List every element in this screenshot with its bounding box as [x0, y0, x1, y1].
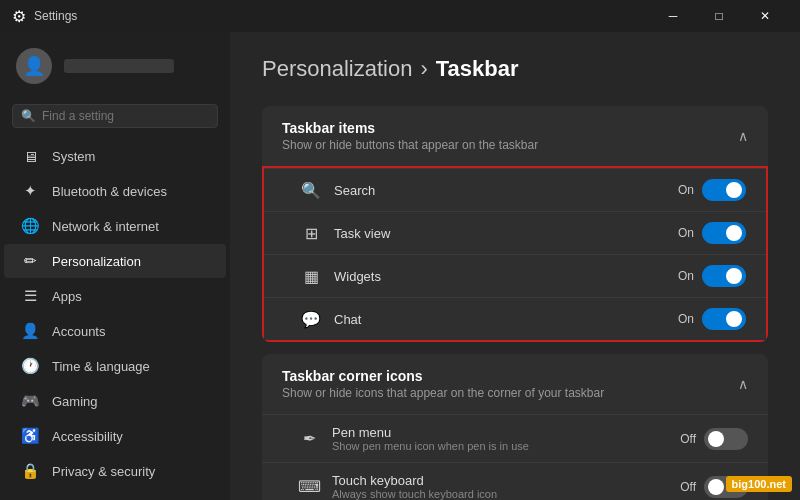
sidebar-item-privacy[interactable]: 🔒 Privacy & security [4, 454, 226, 488]
taskview-setting-row: ⊞ Task view On [264, 211, 766, 254]
touch-keyboard-row: ⌨ Touch keyboard Always show touch keybo… [262, 462, 768, 500]
pen-row-label: Pen menu [332, 425, 529, 440]
nav-list: 🖥 System ✦ Bluetooth & devices 🌐 Network… [0, 140, 230, 500]
search-box[interactable]: 🔍 [12, 104, 218, 128]
chat-toggle-thumb [726, 311, 742, 327]
main-content: Personalization › Taskbar Taskbar items … [230, 32, 800, 500]
app-title: Settings [34, 9, 77, 23]
gaming-nav-label: Gaming [52, 394, 98, 409]
privacy-nav-label: Privacy & security [52, 464, 155, 479]
sidebar: 👤 🔍 🖥 System ✦ Bluetooth & devices 🌐 Net… [0, 32, 230, 500]
system-nav-label: System [52, 149, 95, 164]
search-setting-row: 🔍 Search On [264, 168, 766, 211]
search-toggle[interactable] [702, 179, 746, 201]
user-section: 👤 [0, 40, 230, 100]
watermark: big100.net [726, 476, 792, 492]
sidebar-item-accounts[interactable]: 👤 Accounts [4, 314, 226, 348]
sidebar-item-apps[interactable]: ☰ Apps [4, 279, 226, 313]
search-row-icon: 🔍 [300, 181, 322, 200]
bluetooth-nav-label: Bluetooth & devices [52, 184, 167, 199]
section-title-taskbar-items: Taskbar items [282, 120, 538, 136]
search-toggle-wrapper: On [678, 179, 746, 201]
widgets-toggle[interactable] [702, 265, 746, 287]
section-title-corner: Taskbar corner icons [282, 368, 604, 384]
network-nav-icon: 🌐 [20, 217, 40, 235]
taskbar-items-section: Taskbar items Show or hide buttons that … [262, 106, 768, 342]
search-icon: 🔍 [21, 109, 36, 123]
accounts-nav-label: Accounts [52, 324, 105, 339]
pen-row-sublabel: Show pen menu icon when pen is in use [332, 440, 529, 452]
accessibility-nav-label: Accessibility [52, 429, 123, 444]
taskview-toggle-wrapper: On [678, 222, 746, 244]
pen-toggle-label: Off [680, 432, 696, 446]
network-nav-label: Network & internet [52, 219, 159, 234]
sidebar-item-network[interactable]: 🌐 Network & internet [4, 209, 226, 243]
sidebar-item-time[interactable]: 🕐 Time & language [4, 349, 226, 383]
taskview-toggle-label: On [678, 226, 694, 240]
personalization-nav-label: Personalization [52, 254, 141, 269]
chat-row-icon: 💬 [300, 310, 322, 329]
search-input[interactable] [42, 109, 209, 123]
search-toggle-thumb [726, 182, 742, 198]
accessibility-nav-icon: ♿ [20, 427, 40, 445]
minimize-button[interactable]: ─ [650, 0, 696, 32]
section-subtitle-taskbar-items: Show or hide buttons that appear on the … [282, 138, 538, 152]
taskview-toggle-thumb [726, 225, 742, 241]
widgets-toggle-wrapper: On [678, 265, 746, 287]
accounts-nav-icon: 👤 [20, 322, 40, 340]
app-container: 👤 🔍 🖥 System ✦ Bluetooth & devices 🌐 Net… [0, 32, 800, 500]
avatar: 👤 [16, 48, 52, 84]
sidebar-item-accessibility[interactable]: ♿ Accessibility [4, 419, 226, 453]
system-nav-icon: 🖥 [20, 148, 40, 165]
maximize-button[interactable]: □ [696, 0, 742, 32]
chat-setting-row: 💬 Chat On [264, 297, 766, 340]
personalization-nav-icon: ✏ [20, 252, 40, 270]
keyboard-toggle-label: Off [680, 480, 696, 494]
widgets-toggle-thumb [726, 268, 742, 284]
apps-nav-label: Apps [52, 289, 82, 304]
search-row-label: Search [334, 183, 375, 198]
widgets-row-label: Widgets [334, 269, 381, 284]
keyboard-toggle-thumb [708, 479, 724, 495]
sidebar-item-bluetooth[interactable]: ✦ Bluetooth & devices [4, 174, 226, 208]
taskbar-corner-section: Taskbar corner icons Show or hide icons … [262, 354, 768, 500]
privacy-nav-icon: 🔒 [20, 462, 40, 480]
pen-menu-row: ✒ Pen menu Show pen menu icon when pen i… [262, 414, 768, 462]
user-name-placeholder [64, 59, 174, 73]
pen-toggle-wrapper: Off [680, 428, 748, 450]
sidebar-item-personalization[interactable]: ✏ Personalization [4, 244, 226, 278]
sidebar-item-gaming[interactable]: 🎮 Gaming [4, 384, 226, 418]
section-header-corner: Taskbar corner icons Show or hide icons … [262, 354, 768, 414]
bluetooth-nav-icon: ✦ [20, 182, 40, 200]
pen-toggle-thumb [708, 431, 724, 447]
widgets-toggle-label: On [678, 269, 694, 283]
pen-row-icon: ✒ [298, 429, 320, 448]
breadcrumb: Personalization › Taskbar [262, 56, 768, 82]
gaming-nav-icon: 🎮 [20, 392, 40, 410]
keyboard-row-icon: ⌨ [298, 477, 320, 496]
sidebar-item-system[interactable]: 🖥 System [4, 140, 226, 173]
keyboard-row-label: Touch keyboard [332, 473, 497, 488]
breadcrumb-current: Taskbar [436, 56, 519, 82]
widgets-setting-row: ▦ Widgets On [264, 254, 766, 297]
highlighted-toggles-container: 🔍 Search On ⊞ Task view [262, 166, 768, 342]
sidebar-item-update[interactable]: ↻ Windows Update [4, 489, 226, 500]
taskview-row-label: Task view [334, 226, 390, 241]
window-controls: ─ □ ✕ [650, 0, 788, 32]
taskview-toggle[interactable] [702, 222, 746, 244]
chat-toggle-label: On [678, 312, 694, 326]
time-nav-label: Time & language [52, 359, 150, 374]
taskview-row-icon: ⊞ [300, 224, 322, 243]
close-button[interactable]: ✕ [742, 0, 788, 32]
chat-row-label: Chat [334, 312, 361, 327]
chevron-up-icon: ∧ [738, 128, 748, 144]
breadcrumb-separator: › [420, 56, 427, 82]
settings-icon: ⚙ [12, 7, 26, 26]
widgets-row-icon: ▦ [300, 267, 322, 286]
chat-toggle[interactable] [702, 308, 746, 330]
pen-toggle[interactable] [704, 428, 748, 450]
time-nav-icon: 🕐 [20, 357, 40, 375]
section-subtitle-corner: Show or hide icons that appear on the co… [282, 386, 604, 400]
chat-toggle-wrapper: On [678, 308, 746, 330]
search-toggle-label: On [678, 183, 694, 197]
